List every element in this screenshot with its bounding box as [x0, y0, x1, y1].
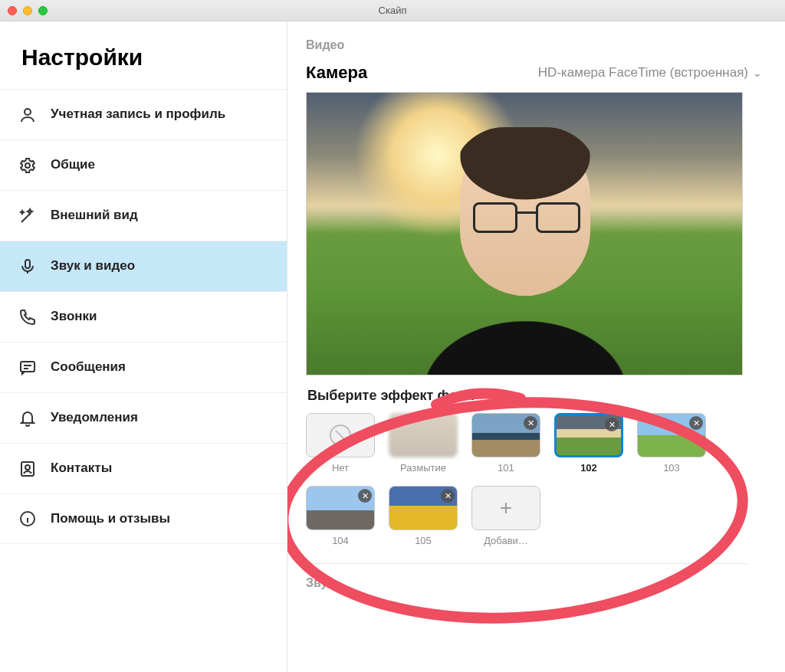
sidebar-item-label: Звонки [51, 309, 97, 324]
sidebar-item-label: Помощь и отзывы [51, 511, 170, 526]
sidebar-item-label: Внешний вид [51, 208, 138, 223]
gear-icon [17, 155, 38, 176]
camera-heading: Камера [306, 63, 367, 83]
minimize-window-button[interactable] [23, 6, 32, 15]
sidebar-item-appearance[interactable]: Внешний вид [0, 190, 287, 241]
contacts-icon [17, 458, 38, 480]
camera-device-selected: HD-камера FaceTime (встроенная) [538, 65, 748, 80]
sidebar-item-label: Звук и видео [51, 258, 135, 274]
bg-option-blur[interactable]: Размытие [389, 413, 458, 474]
bg-option-label: 104 [306, 535, 375, 546]
section-divider [306, 563, 747, 564]
settings-heading: Настройки [0, 21, 287, 89]
chevron-down-icon: ⌄ [753, 67, 762, 79]
bg-option-add[interactable]: + Добави… [471, 486, 540, 546]
bg-option-label: Нет [306, 462, 375, 474]
svg-point-5 [25, 465, 30, 470]
bg-option-label: 103 [637, 462, 706, 474]
sidebar-item-label: Уведомления [51, 410, 138, 425]
svg-point-0 [25, 109, 31, 115]
sidebar-item-label: Сообщения [51, 359, 126, 375]
bg-option-label: 105 [389, 535, 458, 546]
sidebar-item-label: Контакты [51, 461, 112, 476]
bell-icon [17, 408, 38, 429]
zoom-window-button[interactable] [38, 6, 48, 15]
bg-option-none[interactable]: Нет [306, 413, 375, 474]
profile-icon [17, 104, 38, 126]
settings-nav: Учетная запись и профиль Общие Внешний в… [0, 89, 287, 544]
sidebar-item-contacts[interactable]: Контакты [0, 443, 287, 493]
remove-bg-button[interactable]: ✕ [689, 416, 703, 430]
sidebar-item-notifications[interactable]: Уведомления [0, 392, 287, 443]
background-effect-grid: Нет Размытие ✕ 101 ✕ 102 ✕ 103 ✕ 104 [306, 413, 751, 546]
sidebar-item-help[interactable]: Помощь и отзывы [0, 493, 287, 544]
wand-icon [17, 205, 38, 227]
svg-rect-2 [25, 260, 30, 268]
bg-option-105[interactable]: ✕ 105 [389, 486, 458, 546]
camera-device-select[interactable]: HD-камера FaceTime (встроенная) ⌄ [538, 65, 762, 80]
plus-icon: + [500, 496, 512, 520]
bg-option-label: Добави… [471, 535, 540, 546]
sidebar-item-account[interactable]: Учетная запись и профиль [0, 89, 287, 139]
background-effect-heading: Выберите эффект фона [307, 388, 762, 404]
sidebar-item-label: Учетная запись и профиль [51, 107, 225, 122]
person-silhouette [425, 135, 625, 375]
video-section-label: Видео [306, 38, 762, 52]
window-controls [8, 6, 48, 15]
sidebar-item-label: Общие [51, 157, 95, 172]
info-icon [17, 508, 38, 529]
chat-icon [17, 357, 38, 379]
sidebar-item-general[interactable]: Общие [0, 139, 287, 190]
titlebar: Скайп [0, 0, 785, 21]
svg-point-1 [25, 163, 30, 168]
sidebar-item-messaging[interactable]: Сообщения [0, 342, 287, 392]
settings-sidebar: Настройки Учетная запись и профиль Общие… [0, 21, 287, 672]
remove-bg-button[interactable]: ✕ [605, 418, 619, 431]
phone-icon [17, 306, 38, 328]
camera-preview [306, 92, 743, 375]
bg-option-label: 102 [554, 462, 623, 474]
sound-section-label: Звук [306, 576, 762, 590]
remove-bg-button[interactable]: ✕ [441, 489, 455, 503]
microphone-icon [17, 256, 38, 277]
window-title: Скайп [0, 5, 785, 16]
sidebar-item-audio-video[interactable]: Звук и видео [0, 241, 287, 291]
svg-rect-3 [21, 362, 34, 372]
close-window-button[interactable] [8, 6, 17, 15]
bg-option-104[interactable]: ✕ 104 [306, 486, 375, 546]
remove-bg-button[interactable]: ✕ [358, 489, 372, 503]
remove-bg-button[interactable]: ✕ [524, 416, 537, 430]
bg-option-label: Размытие [389, 462, 458, 474]
bg-option-101[interactable]: ✕ 101 [471, 413, 540, 474]
sidebar-item-calling[interactable]: Звонки [0, 291, 287, 342]
settings-content: Видео Камера HD-камера FaceTime (встроен… [287, 21, 785, 672]
none-icon [330, 425, 351, 446]
bg-option-102[interactable]: ✕ 102 [554, 413, 623, 474]
bg-option-label: 101 [471, 462, 540, 474]
bg-option-103[interactable]: ✕ 103 [637, 413, 706, 474]
